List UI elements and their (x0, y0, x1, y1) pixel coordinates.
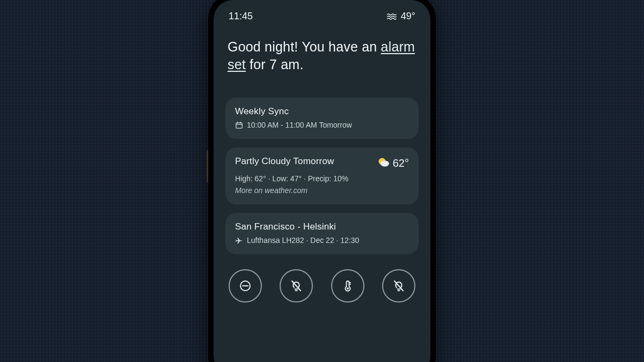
airplane-icon (235, 237, 243, 245)
svg-point-13 (347, 287, 349, 290)
weather-more-link[interactable]: More on weather.com (235, 186, 409, 195)
event-details: 10:00 AM - 11:00 AM Tomorrow (235, 121, 409, 129)
weather-details: High: 62° · Low: 47° · Precip: 10% (235, 174, 409, 183)
phone-screen: 11:45 49° Good night! You have an alarm … (214, 0, 430, 362)
status-weather[interactable]: 49° (387, 11, 415, 22)
event-title: Weekly Sync (235, 106, 409, 117)
calendar-icon (235, 121, 243, 129)
thermostat-button[interactable] (331, 269, 364, 302)
event-card[interactable]: Weekly Sync 10:00 AM - 11:00 AM Tomorrow (225, 98, 419, 139)
dnd-icon (238, 279, 252, 293)
dnd-button[interactable] (229, 269, 262, 302)
flight-route: San Francisco - Helsinki (235, 221, 409, 232)
weather-headline: Partly Cloudy Tomorrow (235, 156, 370, 167)
flight-details: Lufthansa LH282 · Dec 22 · 12:30 (247, 236, 359, 245)
thermometer-icon (341, 279, 355, 293)
greeting-suffix: for 7 am. (246, 57, 304, 72)
cards-container: Weekly Sync 10:00 AM - 11:00 AM Tomorrow (225, 98, 419, 254)
flight-details-row: Lufthansa LH282 · Dec 22 · 12:30 (235, 236, 409, 245)
svg-point-5 (380, 161, 389, 167)
light-off-button[interactable] (280, 269, 313, 302)
flight-card[interactable]: San Francisco - Helsinki Lufthansa LH282… (225, 213, 419, 254)
status-bar: 11:45 49° (225, 11, 419, 24)
quick-actions (225, 269, 419, 302)
svg-rect-0 (236, 122, 242, 128)
partly-cloudy-icon (377, 156, 390, 171)
status-time: 11:45 (229, 11, 253, 22)
bulb-off-button[interactable] (382, 269, 415, 302)
humidity-icon (387, 13, 398, 20)
lightbulb-off-icon (392, 279, 406, 293)
event-time: 10:00 AM - 11:00 AM Tomorrow (247, 121, 352, 129)
status-temp: 49° (401, 11, 415, 22)
greeting-prefix: Good night! You have an (228, 39, 381, 54)
weather-temp: 62° (393, 157, 409, 169)
greeting-text: Good night! You have an alarm set for 7 … (225, 38, 419, 73)
weather-temp-display: 62° (377, 156, 409, 171)
phone-frame: 11:45 49° Good night! You have an alarm … (208, 0, 436, 362)
lightbulb-off-icon (289, 279, 303, 293)
weather-card[interactable]: Partly Cloudy Tomorrow 62° High: 62° · L… (225, 147, 419, 204)
